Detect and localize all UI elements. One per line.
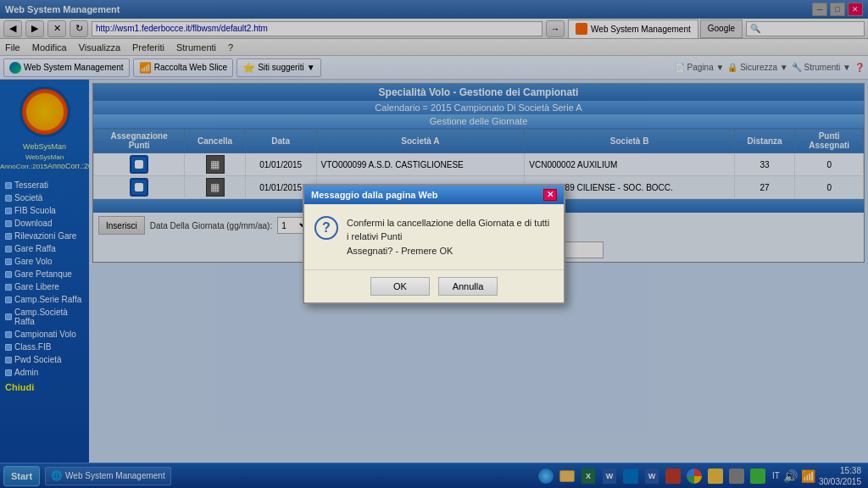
dialog-ok-button[interactable]: OK bbox=[370, 277, 430, 296]
dialog-body: ? Confermi la cancellazione della Giorna… bbox=[304, 204, 564, 270]
dialog-footer: OK Annulla bbox=[304, 269, 564, 302]
dialog-overlay: Messaggio dalla pagina Web ✕ ? Confermi … bbox=[0, 0, 868, 488]
confirm-dialog: Messaggio dalla pagina Web ✕ ? Confermi … bbox=[303, 184, 565, 305]
dialog-question-icon: ? bbox=[314, 216, 338, 240]
dialog-title: Messaggio dalla pagina Web ✕ bbox=[304, 186, 564, 204]
dialog-message: Confermi la cancellazione della Giornata… bbox=[347, 216, 554, 258]
dialog-close-button[interactable]: ✕ bbox=[543, 189, 557, 201]
dialog-annulla-button[interactable]: Annulla bbox=[438, 277, 498, 296]
